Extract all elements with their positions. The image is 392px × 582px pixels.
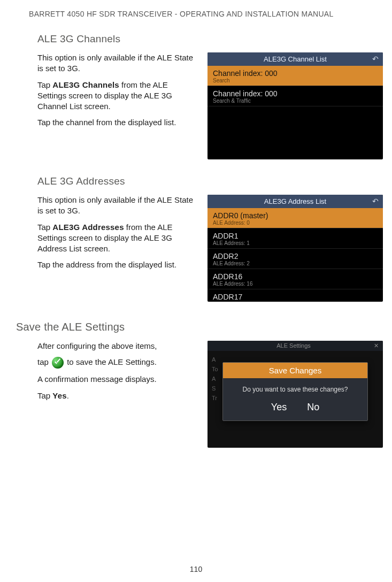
- device-titlebar: ALE3G Address List ↶: [207, 195, 383, 208]
- heading-save-ale-settings: Save the ALE Settings: [16, 321, 376, 333]
- keyword: ALE3G Addresses: [52, 223, 124, 232]
- document-header: BARRETT 4050 HF SDR TRANSCEIVER - OPERAT…: [29, 10, 376, 18]
- dialog-title: Save Changes: [223, 363, 367, 378]
- paragraph: Tap ALE3G Addresses from the ALE Setting…: [37, 222, 198, 255]
- section-ale3g-channels: This option is only available if the ALE…: [37, 52, 376, 159]
- text-col: This option is only available if the ALE…: [37, 52, 198, 159]
- paragraph: Tap Yes.: [37, 390, 198, 401]
- list-item[interactable]: Channel index: 000Search: [207, 66, 383, 86]
- text: Tap: [37, 80, 52, 89]
- paragraph: This option is only available if the ALE…: [37, 195, 198, 217]
- list-item-main: ADDR17: [213, 293, 378, 301]
- device-screenshot-address-list: ALE3G Address List ↶ ADDR0 (master)ALE A…: [207, 195, 383, 302]
- list-item-main: Channel index: 000: [213, 89, 378, 98]
- back-icon[interactable]: ↶: [372, 197, 379, 205]
- keyword: ALE3G Channels: [52, 80, 119, 89]
- heading-ale3g-channels: ALE 3G Channels: [37, 33, 376, 45]
- device-titlebar: ALE3G Channel List ↶: [207, 52, 383, 66]
- text: to save the ALE Settings.: [65, 357, 157, 366]
- text: Tap: [37, 391, 52, 400]
- list-item[interactable]: ADDR17ALE Address: 17: [207, 289, 383, 302]
- list-item-sub: ALE Address: 17: [213, 301, 378, 302]
- list-item-sub: ALE Address: 2: [213, 261, 378, 266]
- paragraph: This option is only available if the ALE…: [37, 52, 198, 74]
- device-titlebar: ALE Settings ✕: [207, 341, 383, 351]
- text: tap: [37, 357, 51, 366]
- text-col: This option is only available if the ALE…: [37, 195, 198, 302]
- paragraph: A confirmation message displays.: [37, 374, 198, 385]
- text: .: [67, 391, 69, 400]
- list-item-sub: ALE Address: 1: [213, 240, 378, 246]
- list-item-sub: ALE Address: 0: [213, 220, 378, 226]
- checkmark-icon[interactable]: [52, 357, 64, 369]
- text-col: After configuring the above items, tap t…: [37, 341, 198, 448]
- list-item[interactable]: Channel index: 000Search & Traffic: [207, 86, 383, 106]
- paragraph: After configuring the above items,: [37, 341, 198, 351]
- list-item[interactable]: ADDR0 (master)ALE Address: 0: [207, 208, 383, 228]
- device-screenshot-save-dialog: ALE Settings ✕ A To A S Tr Save Changes …: [207, 341, 383, 448]
- screenshot-col: ALE3G Channel List ↶ Channel index: 000S…: [207, 52, 383, 159]
- screenshot-col: ALE Settings ✕ A To A S Tr Save Changes …: [207, 341, 383, 448]
- no-button[interactable]: No: [307, 402, 319, 413]
- dialog-buttons: Yes No: [223, 399, 367, 420]
- dialog-message: Do you want to save these changes?: [223, 378, 367, 399]
- heading-ale3g-addresses: ALE 3G Addresses: [37, 175, 376, 187]
- paragraph: Tap ALE3G Channels from the ALE Settings…: [37, 80, 198, 112]
- section-save-ale: After configuring the above items, tap t…: [37, 341, 376, 448]
- section-ale3g-addresses: This option is only available if the ALE…: [37, 195, 376, 302]
- spacer: [212, 342, 213, 349]
- list-item[interactable]: ADDR2ALE Address: 2: [207, 249, 383, 269]
- text: Tap: [37, 223, 52, 232]
- keyword: Yes: [52, 391, 66, 400]
- paragraph: Tap the address from the displayed list.: [37, 259, 198, 270]
- paragraph: tap to save the ALE Settings.: [37, 357, 198, 369]
- device-title: ALE3G Address List: [264, 197, 326, 205]
- yes-button[interactable]: Yes: [271, 402, 287, 413]
- list-item-sub: Search & Traffic: [213, 98, 378, 104]
- device-title: ALE Settings: [276, 342, 311, 349]
- page-number: 110: [0, 565, 392, 573]
- back-icon[interactable]: ↶: [372, 55, 379, 63]
- paragraph: Tap the channel from the displayed list.: [37, 117, 198, 128]
- list-item-sub: Search: [213, 78, 378, 83]
- screenshot-col: ALE3G Address List ↶ ADDR0 (master)ALE A…: [207, 195, 383, 302]
- list-item-main: ADDR2: [213, 252, 378, 261]
- list-item-main: ADDR1: [213, 232, 378, 240]
- confirmation-dialog: Save Changes Do you want to save these c…: [222, 362, 368, 421]
- list-item-main: Channel index: 000: [213, 69, 378, 78]
- list-item-main: ADDR16: [213, 272, 378, 281]
- list-item-sub: ALE Address: 16: [213, 281, 378, 287]
- list-item[interactable]: ADDR1ALE Address: 1: [207, 228, 383, 249]
- list-item-main: ADDR0 (master): [213, 211, 378, 220]
- list-item[interactable]: ADDR16ALE Address: 16: [207, 269, 383, 289]
- device-screenshot-channel-list: ALE3G Channel List ↶ Channel index: 000S…: [207, 52, 383, 159]
- device-title: ALE3G Channel List: [264, 55, 327, 63]
- close-icon[interactable]: ✕: [374, 342, 379, 349]
